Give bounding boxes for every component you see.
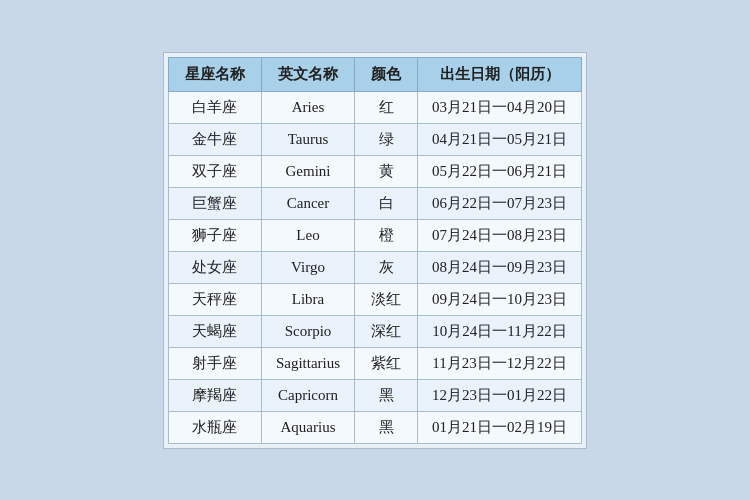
cell-english-name: Gemini (261, 155, 354, 187)
cell-dates: 01月21日一02月19日 (418, 411, 582, 443)
cell-chinese-name: 白羊座 (168, 91, 261, 123)
cell-color: 紫红 (355, 347, 418, 379)
cell-english-name: Virgo (261, 251, 354, 283)
cell-chinese-name: 双子座 (168, 155, 261, 187)
cell-dates: 03月21日一04月20日 (418, 91, 582, 123)
table-row: 狮子座Leo橙07月24日一08月23日 (168, 219, 581, 251)
table-row: 天蝎座Scorpio深红10月24日一11月22日 (168, 315, 581, 347)
cell-english-name: Scorpio (261, 315, 354, 347)
cell-english-name: Leo (261, 219, 354, 251)
cell-dates: 06月22日一07月23日 (418, 187, 582, 219)
cell-dates: 11月23日一12月22日 (418, 347, 582, 379)
cell-english-name: Cancer (261, 187, 354, 219)
header-english-name: 英文名称 (261, 57, 354, 91)
header-dates: 出生日期（阳历） (418, 57, 582, 91)
cell-english-name: Taurus (261, 123, 354, 155)
cell-color: 黄 (355, 155, 418, 187)
cell-color: 白 (355, 187, 418, 219)
zodiac-table-container: 星座名称 英文名称 颜色 出生日期（阳历） 白羊座Aries红03月21日一04… (163, 52, 587, 449)
table-row: 天秤座Libra淡红09月24日一10月23日 (168, 283, 581, 315)
cell-chinese-name: 天蝎座 (168, 315, 261, 347)
cell-color: 黑 (355, 411, 418, 443)
cell-dates: 05月22日一06月21日 (418, 155, 582, 187)
cell-english-name: Aries (261, 91, 354, 123)
cell-english-name: Sagittarius (261, 347, 354, 379)
table-row: 金牛座Taurus绿04月21日一05月21日 (168, 123, 581, 155)
cell-english-name: Libra (261, 283, 354, 315)
table-row: 双子座Gemini黄05月22日一06月21日 (168, 155, 581, 187)
table-row: 摩羯座Capricorn黑12月23日一01月22日 (168, 379, 581, 411)
cell-dates: 12月23日一01月22日 (418, 379, 582, 411)
cell-chinese-name: 金牛座 (168, 123, 261, 155)
cell-chinese-name: 处女座 (168, 251, 261, 283)
cell-english-name: Aquarius (261, 411, 354, 443)
cell-color: 淡红 (355, 283, 418, 315)
table-row: 白羊座Aries红03月21日一04月20日 (168, 91, 581, 123)
header-color: 颜色 (355, 57, 418, 91)
cell-chinese-name: 狮子座 (168, 219, 261, 251)
cell-color: 绿 (355, 123, 418, 155)
cell-color: 红 (355, 91, 418, 123)
table-row: 水瓶座Aquarius黑01月21日一02月19日 (168, 411, 581, 443)
table-row: 射手座Sagittarius紫红11月23日一12月22日 (168, 347, 581, 379)
cell-chinese-name: 射手座 (168, 347, 261, 379)
cell-dates: 04月21日一05月21日 (418, 123, 582, 155)
cell-dates: 10月24日一11月22日 (418, 315, 582, 347)
cell-dates: 07月24日一08月23日 (418, 219, 582, 251)
cell-color: 灰 (355, 251, 418, 283)
table-header-row: 星座名称 英文名称 颜色 出生日期（阳历） (168, 57, 581, 91)
cell-dates: 09月24日一10月23日 (418, 283, 582, 315)
cell-chinese-name: 摩羯座 (168, 379, 261, 411)
cell-dates: 08月24日一09月23日 (418, 251, 582, 283)
cell-color: 深红 (355, 315, 418, 347)
cell-english-name: Capricorn (261, 379, 354, 411)
cell-chinese-name: 巨蟹座 (168, 187, 261, 219)
cell-color: 黑 (355, 379, 418, 411)
zodiac-table: 星座名称 英文名称 颜色 出生日期（阳历） 白羊座Aries红03月21日一04… (168, 57, 582, 444)
cell-color: 橙 (355, 219, 418, 251)
cell-chinese-name: 天秤座 (168, 283, 261, 315)
cell-chinese-name: 水瓶座 (168, 411, 261, 443)
header-chinese-name: 星座名称 (168, 57, 261, 91)
table-row: 巨蟹座Cancer白06月22日一07月23日 (168, 187, 581, 219)
table-body: 白羊座Aries红03月21日一04月20日金牛座Taurus绿04月21日一0… (168, 91, 581, 443)
table-row: 处女座Virgo灰08月24日一09月23日 (168, 251, 581, 283)
